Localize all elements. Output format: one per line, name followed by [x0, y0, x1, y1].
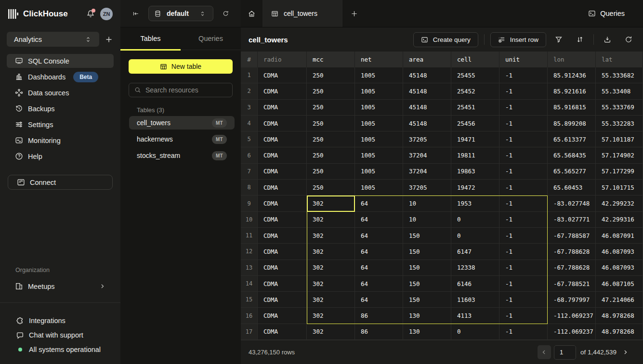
- table-cell[interactable]: 302: [307, 308, 355, 324]
- table-cell[interactable]: 1005: [355, 67, 403, 83]
- table-cell[interactable]: 1005: [355, 180, 403, 195]
- table-cell[interactable]: 302: [307, 228, 355, 244]
- table-cell[interactable]: 64: [355, 276, 403, 292]
- table-cell[interactable]: 0: [451, 228, 499, 244]
- table-cell[interactable]: 64: [355, 292, 403, 308]
- row-number[interactable]: 9: [241, 195, 258, 211]
- column-header-cell[interactable]: cell: [451, 52, 499, 67]
- refresh-table-button[interactable]: [618, 32, 639, 47]
- table-cell[interactable]: 57.101715: [596, 180, 643, 195]
- table-cell[interactable]: 6146: [451, 276, 499, 292]
- table-cell[interactable]: -1: [499, 276, 548, 292]
- table-cell[interactable]: 10: [403, 212, 451, 228]
- table-cell[interactable]: CDMA: [258, 67, 307, 83]
- table-cell[interactable]: 250: [307, 147, 355, 163]
- table-cell[interactable]: 130: [403, 324, 451, 340]
- table-cell[interactable]: 46.087091: [596, 228, 643, 244]
- table-cell[interactable]: 1005: [355, 164, 403, 180]
- filter-button[interactable]: [548, 32, 569, 47]
- table-cell[interactable]: 19472: [451, 180, 499, 195]
- table-cell[interactable]: -1: [499, 131, 548, 147]
- row-number[interactable]: 4: [241, 116, 258, 131]
- table-cell[interactable]: 250: [307, 180, 355, 195]
- table-cell[interactable]: 64: [355, 260, 403, 276]
- table-cell[interactable]: 250: [307, 116, 355, 131]
- table-cell[interactable]: CDMA: [258, 131, 307, 147]
- row-number[interactable]: 2: [241, 83, 258, 99]
- avatar[interactable]: ZN: [100, 8, 113, 20]
- row-number[interactable]: 7: [241, 164, 258, 180]
- table-cell[interactable]: 57.101187: [596, 131, 643, 147]
- table-cell[interactable]: 1005: [355, 147, 403, 163]
- table-cell[interactable]: 302: [307, 276, 355, 292]
- table-cell[interactable]: 1953: [451, 195, 499, 211]
- table-cell[interactable]: 250: [307, 67, 355, 83]
- table-cell[interactable]: 65.60453: [548, 180, 596, 195]
- row-number[interactable]: 14: [241, 276, 258, 292]
- table-cell[interactable]: CDMA: [258, 292, 307, 308]
- system-status[interactable]: All systems operational: [16, 342, 120, 357]
- table-cell[interactable]: CDMA: [258, 324, 307, 340]
- sidebar-item-settings[interactable]: Settings: [7, 117, 114, 131]
- sidebar-item-meetups[interactable]: Meetups: [7, 279, 114, 293]
- column-header-mcc[interactable]: mcc: [307, 52, 355, 67]
- table-cell[interactable]: 42.299316: [596, 212, 643, 228]
- table-cell[interactable]: 64: [355, 228, 403, 244]
- table-cell[interactable]: -1: [499, 83, 548, 99]
- table-cell[interactable]: 57.174902: [596, 147, 643, 163]
- table-cell[interactable]: 302: [307, 260, 355, 276]
- new-tab-button[interactable]: [342, 0, 366, 27]
- row-number[interactable]: 1: [241, 67, 258, 83]
- column-header-index[interactable]: #: [241, 52, 258, 67]
- column-header-net[interactable]: net: [355, 52, 403, 67]
- table-cell[interactable]: -1: [499, 147, 548, 163]
- table-cell[interactable]: -1: [499, 292, 548, 308]
- table-cell[interactable]: CDMA: [258, 228, 307, 244]
- table-cell[interactable]: -67.788521: [548, 276, 596, 292]
- sidebar-item-monitoring[interactable]: Monitoring: [7, 133, 114, 147]
- sort-button[interactable]: [569, 32, 591, 47]
- table-cell[interactable]: -1: [499, 260, 548, 276]
- table-cell[interactable]: 46.087093: [596, 260, 643, 276]
- table-cell[interactable]: -68.797997: [548, 292, 596, 308]
- sidebar-item-dashboards[interactable]: Dashboards Beta: [7, 70, 114, 84]
- table-cell[interactable]: 85.912436: [548, 67, 596, 83]
- table-cell[interactable]: 19811: [451, 147, 499, 163]
- notifications-bell-icon[interactable]: [86, 10, 95, 18]
- table-cell[interactable]: CDMA: [258, 116, 307, 131]
- table-cell[interactable]: CDMA: [258, 308, 307, 324]
- row-number[interactable]: 16: [241, 308, 258, 324]
- table-cell[interactable]: -67.788587: [548, 228, 596, 244]
- next-page-button[interactable]: [620, 345, 630, 360]
- queries-button[interactable]: Queries: [588, 0, 643, 27]
- tab-queries[interactable]: Queries: [181, 27, 241, 50]
- table-cell[interactable]: CDMA: [258, 180, 307, 195]
- table-cell[interactable]: 0: [451, 324, 499, 340]
- connect-button[interactable]: Connect: [8, 175, 113, 190]
- table-cell[interactable]: -112.069237: [548, 308, 596, 324]
- table-cell[interactable]: 150: [403, 276, 451, 292]
- table-cell[interactable]: -1: [499, 324, 548, 340]
- table-cell[interactable]: 55.332283: [596, 116, 643, 131]
- table-cell[interactable]: CDMA: [258, 164, 307, 180]
- table-cell[interactable]: 55.33408: [596, 83, 643, 99]
- create-query-button[interactable]: Create query: [413, 32, 478, 47]
- table-cell[interactable]: 65.613377: [548, 131, 596, 147]
- database-select[interactable]: default: [148, 6, 213, 21]
- table-cell[interactable]: 11603: [451, 292, 499, 308]
- table-cell[interactable]: 302: [307, 195, 355, 211]
- table-cell[interactable]: 37205: [403, 131, 451, 147]
- collapse-panel-icon[interactable]: [132, 10, 139, 18]
- row-number[interactable]: 8: [241, 180, 258, 195]
- table-cell[interactable]: 12338: [451, 260, 499, 276]
- table-cell[interactable]: 57.177299: [596, 164, 643, 180]
- table-cell[interactable]: -1: [499, 116, 548, 131]
- table-cell[interactable]: CDMA: [258, 276, 307, 292]
- table-cell[interactable]: 302: [307, 292, 355, 308]
- table-cell[interactable]: -1: [499, 228, 548, 244]
- table-cell[interactable]: 47.214066: [596, 292, 643, 308]
- table-cell[interactable]: 150: [403, 244, 451, 260]
- table-cell[interactable]: 1005: [355, 100, 403, 116]
- table-cell[interactable]: 25455: [451, 67, 499, 83]
- table-cell[interactable]: 64: [355, 212, 403, 228]
